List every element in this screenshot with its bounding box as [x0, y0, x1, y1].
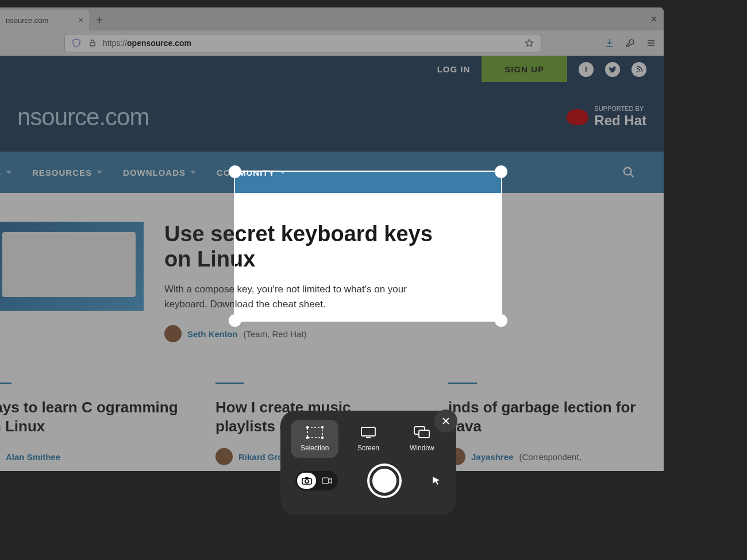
top-nav: LOG IN SIGN UP f [0, 56, 664, 83]
hero-article: Use secret keyboard keys on Linux With a… [0, 222, 646, 342]
sponsor-big: Red Hat [594, 113, 646, 129]
window-mode-icon [412, 426, 432, 439]
screenshot-panel: Selection Screen Window [280, 411, 456, 515]
browser-tab[interactable]: nsource.com × [0, 10, 89, 30]
bookmark-star-icon[interactable] [523, 37, 535, 49]
facebook-icon[interactable]: f [579, 62, 594, 77]
avatar[interactable] [164, 325, 182, 342]
page-content: LOG IN SIGN UP f nsource.com SUPPORTED B… [0, 56, 664, 471]
site-banner: nsource.com SUPPORTED BY Red Hat [0, 83, 664, 152]
avatar[interactable] [215, 448, 233, 465]
sponsor-badge[interactable]: SUPPORTED BY Red Hat [567, 105, 646, 129]
hero-image[interactable] [0, 222, 144, 311]
photo-toggle[interactable] [297, 473, 316, 489]
mode-screen[interactable]: Screen [344, 420, 392, 458]
accent-bar [0, 383, 11, 384]
login-link[interactable]: LOG IN [437, 64, 471, 74]
card-title[interactable]: inds of garbage lection for Java [448, 398, 646, 435]
svg-point-11 [305, 480, 309, 483]
window-close-icon[interactable]: × [650, 13, 657, 25]
twitter-icon[interactable] [605, 62, 620, 77]
nav-item-1[interactable]: RESOURCES [32, 168, 102, 177]
capture-type-toggle[interactable] [295, 471, 338, 491]
tab-title: nsource.com [6, 16, 48, 25]
author-link[interactable]: Seth Kenlon [187, 329, 238, 339]
card-title[interactable]: ways to learn C ogramming on Linux [0, 398, 181, 435]
svg-rect-7 [361, 427, 375, 436]
svg-rect-12 [305, 477, 309, 479]
accent-bar [448, 383, 477, 384]
svg-point-6 [321, 437, 323, 439]
redhat-hat-icon [567, 109, 588, 125]
main-nav: ES RESOURCES DOWNLOADS COMMUNITY [0, 152, 664, 193]
shield-icon[interactable] [71, 37, 82, 49]
chevron-down-icon [97, 171, 102, 174]
svg-rect-0 [90, 43, 95, 46]
chevron-down-icon [280, 171, 286, 174]
search-icon[interactable] [622, 166, 635, 179]
svg-point-3 [306, 426, 308, 428]
chevron-down-icon [190, 171, 196, 174]
selection-mode-icon [305, 426, 325, 439]
site-logo[interactable]: nsource.com [17, 103, 149, 131]
screen-mode-icon [359, 426, 378, 439]
svg-point-1 [624, 168, 632, 175]
mode-label: Selection [301, 444, 329, 452]
author-link[interactable]: Jayashree [471, 452, 513, 462]
author-meta: (Team, Red Hat) [244, 329, 307, 339]
hero-title[interactable]: Use secret keyboard keys on Linux [164, 222, 440, 272]
mode-label: Screen [357, 444, 379, 452]
signup-button[interactable]: SIGN UP [482, 56, 567, 82]
new-tab-button[interactable]: + [89, 10, 110, 30]
url-text: https://opensource.com [103, 38, 519, 48]
chevron-down-icon [6, 171, 11, 174]
svg-point-4 [321, 426, 323, 428]
svg-rect-13 [322, 478, 329, 484]
nav-item-0[interactable]: ES [0, 168, 11, 177]
capture-button[interactable] [369, 466, 399, 496]
screenshot-close-button[interactable] [434, 410, 457, 432]
url-bar[interactable]: https://opensource.com [64, 34, 541, 52]
author-link[interactable]: Rikard Gro [238, 452, 283, 462]
svg-point-5 [306, 437, 308, 439]
hero-description: With a compose key, you're not limited t… [164, 282, 429, 311]
rss-icon[interactable] [632, 62, 646, 77]
svg-rect-2 [307, 427, 322, 438]
accent-bar [215, 383, 244, 384]
video-toggle[interactable] [317, 473, 336, 489]
nav-item-2[interactable]: DOWNLOADS [123, 168, 196, 177]
hamburger-menu-icon[interactable] [645, 37, 657, 49]
show-pointer-toggle[interactable] [431, 476, 441, 486]
toolbar: https://opensource.com [0, 30, 664, 56]
tab-close-icon[interactable]: × [78, 15, 83, 25]
tab-bar: nsource.com × + × [0, 7, 664, 30]
svg-rect-9 [419, 430, 429, 438]
lock-icon[interactable] [87, 37, 98, 49]
mode-label: Window [410, 444, 434, 452]
sponsor-small: SUPPORTED BY [594, 105, 646, 113]
devtools-icon[interactable] [625, 37, 636, 49]
mode-selection[interactable]: Selection [291, 420, 338, 458]
article-card: inds of garbage lection for Java Jayashr… [448, 383, 646, 465]
nav-item-3[interactable]: COMMUNITY [217, 168, 286, 177]
author-link[interactable]: Alan Smithee [6, 452, 60, 462]
downloads-icon[interactable] [604, 37, 615, 49]
article-card: ways to learn C ogramming on Linux Alan … [0, 383, 181, 465]
browser-window: nsource.com × + × https://opensource.com [0, 7, 664, 471]
author-meta: (Correspondent, [519, 452, 581, 462]
